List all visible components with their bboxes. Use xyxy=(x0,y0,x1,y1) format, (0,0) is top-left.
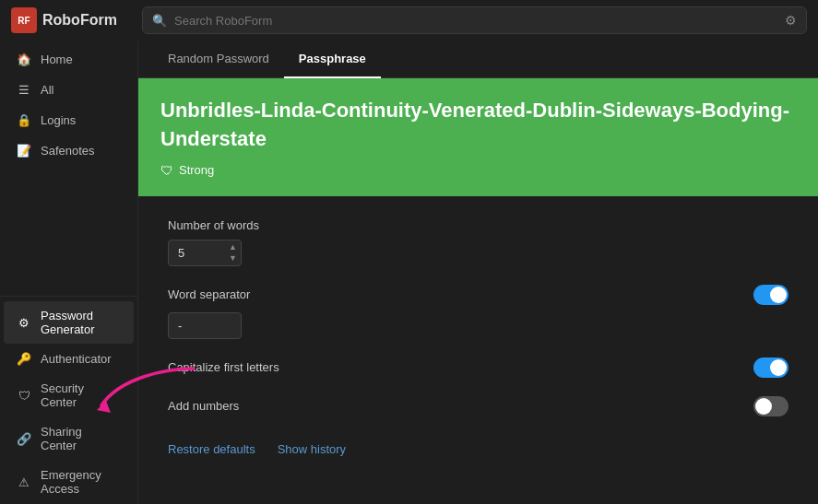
note-icon: 📝 xyxy=(17,144,31,158)
sidebar-item-safenotes[interactable]: 📝 Safenotes xyxy=(4,136,134,165)
spinner-up[interactable]: ▲ xyxy=(228,242,238,252)
sidebar-label-sharing-center: Sharing Center xyxy=(41,425,121,452)
generator-icon: ⚙ xyxy=(17,316,31,330)
logo-area: RF RoboForm xyxy=(11,7,131,33)
tab-passphrase-label: Passphrase xyxy=(299,52,366,65)
tab-passphrase[interactable]: Passphrase xyxy=(284,41,381,78)
sidebar: 🏠 Home ☰ All 🔒 Logins 📝 Safenotes ⚙ Pass… xyxy=(0,41,138,504)
all-icon: ☰ xyxy=(17,83,31,97)
home-icon: 🏠 xyxy=(17,53,31,66)
capitalize-label: Capitalize first letters xyxy=(168,360,279,374)
sidebar-label-emergency-access: Emergency Access xyxy=(41,468,121,496)
spinner-down[interactable]: ▼ xyxy=(228,253,238,264)
topbar: RF RoboForm 🔍 ⚙ xyxy=(0,0,818,41)
search-bar[interactable]: 🔍 ⚙ xyxy=(142,6,807,34)
word-separator-label: Word separator xyxy=(168,287,250,301)
sidebar-label-password-generator: Password Generator xyxy=(41,309,121,336)
number-spinners: ▲ ▼ xyxy=(228,242,238,264)
passphrase-display: Unbridles-Linda-Continuity-Venerated-Dub… xyxy=(138,78,818,196)
tab-random-password[interactable]: Random Password xyxy=(153,41,284,78)
add-numbers-label: Add numbers xyxy=(168,399,239,413)
sidebar-label-logins: Logins xyxy=(41,113,76,127)
sidebar-item-password-generator[interactable]: ⚙ Password Generator xyxy=(4,301,134,344)
add-numbers-toggle[interactable] xyxy=(753,396,788,416)
sidebar-label-security-center: Security Center xyxy=(41,381,121,409)
security-icon: 🛡 xyxy=(17,389,31,403)
settings-area: Number of words ▲ ▼ Word separator Capi xyxy=(138,196,818,504)
capitalize-toggle[interactable] xyxy=(753,357,788,378)
tab-random-password-label: Random Password xyxy=(168,52,269,65)
logo-icon: RF xyxy=(11,7,37,33)
show-history-link[interactable]: Show history xyxy=(278,442,346,456)
main-layout: 🏠 Home ☰ All 🔒 Logins 📝 Safenotes ⚙ Pass… xyxy=(0,41,818,504)
logo-text: RoboForm xyxy=(42,12,117,29)
setting-add-numbers: Add numbers xyxy=(168,396,788,416)
sidebar-label-home: Home xyxy=(41,53,73,66)
sidebar-item-sharing-center[interactable]: 🔗 Sharing Center xyxy=(4,417,134,460)
sidebar-item-all[interactable]: ☰ All xyxy=(4,76,134,104)
svg-text:RF: RF xyxy=(18,16,30,26)
sidebar-label-safenotes: Safenotes xyxy=(41,144,95,158)
word-separator-toggle[interactable] xyxy=(753,285,788,305)
sidebar-item-home[interactable]: 🏠 Home xyxy=(4,45,134,74)
number-of-words-input-wrap: ▲ ▼ xyxy=(168,240,242,266)
emergency-icon: ⚠ xyxy=(17,475,31,489)
word-separator-input[interactable] xyxy=(168,312,242,339)
setting-number-of-words: Number of words ▲ ▼ xyxy=(168,218,788,266)
shield-icon: 🛡 xyxy=(160,163,173,178)
sidebar-label-all: All xyxy=(41,83,53,97)
sidebar-bottom: ⚙ Password Generator 🔑 Authenticator 🛡 S… xyxy=(0,296,137,504)
search-icon: 🔍 xyxy=(152,14,167,28)
search-input[interactable] xyxy=(174,14,777,28)
content-area: Random Password Passphrase Unbridles-Lin… xyxy=(138,41,818,504)
passphrase-text: Unbridles-Linda-Continuity-Venerated-Dub… xyxy=(160,97,796,154)
filter-icon[interactable]: ⚙ xyxy=(785,13,797,28)
sidebar-item-security-center[interactable]: 🛡 Security Center xyxy=(4,374,134,416)
word-separator-row: Word separator xyxy=(168,285,788,305)
sidebar-item-emergency-access[interactable]: ⚠ Emergency Access xyxy=(4,461,134,503)
tabs-bar: Random Password Passphrase xyxy=(138,41,818,78)
footer-row: Restore defaults Show history xyxy=(168,435,788,456)
share-icon: 🔗 xyxy=(17,432,31,446)
number-of-words-label: Number of words xyxy=(168,218,788,232)
authenticator-icon: 🔑 xyxy=(17,352,31,366)
sidebar-label-authenticator: Authenticator xyxy=(41,352,112,366)
lock-icon: 🔒 xyxy=(17,113,31,127)
strength-area: 🛡 Strong xyxy=(160,163,796,178)
strength-label: Strong xyxy=(179,163,214,177)
sidebar-item-logins[interactable]: 🔒 Logins xyxy=(4,106,134,135)
sidebar-item-authenticator[interactable]: 🔑 Authenticator xyxy=(4,345,134,373)
restore-defaults-link[interactable]: Restore defaults xyxy=(168,442,255,456)
setting-word-separator: Word separator xyxy=(168,285,788,339)
setting-capitalize: Capitalize first letters xyxy=(168,357,788,378)
